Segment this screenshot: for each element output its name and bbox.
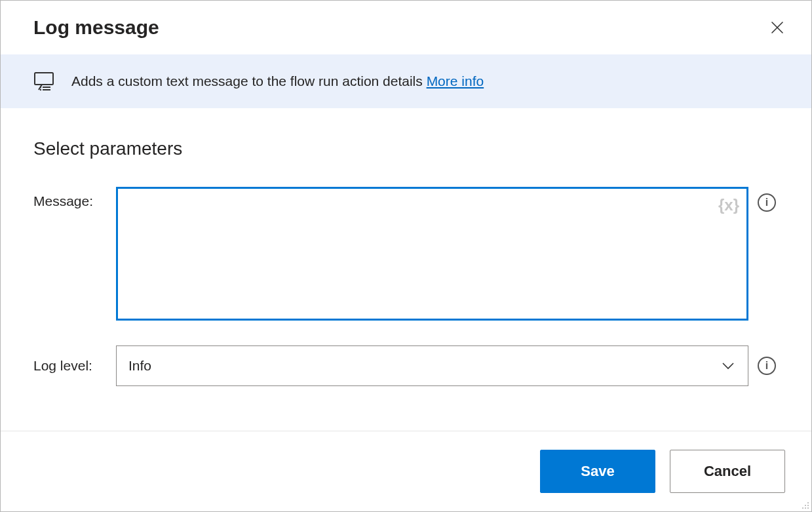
dialog-body: Select parameters Message: {x} i Log lev… [1, 108, 811, 431]
log-level-select[interactable]: Info [116, 345, 748, 386]
section-title: Select parameters [33, 138, 779, 159]
close-button[interactable] [767, 17, 788, 38]
cancel-button[interactable]: Cancel [670, 450, 785, 493]
banner-text: Adds a custom text message to the flow r… [71, 71, 484, 90]
save-button[interactable]: Save [540, 450, 655, 493]
log-level-label: Log level: [33, 358, 112, 374]
message-label: Message: [33, 187, 112, 209]
log-action-icon [33, 70, 56, 92]
info-banner: Adds a custom text message to the flow r… [1, 54, 811, 108]
message-input-wrap: {x} [116, 187, 748, 323]
dialog-title: Log message [33, 16, 159, 39]
svg-rect-0 [35, 73, 53, 85]
log-level-value: Info [128, 358, 151, 374]
resize-grip[interactable] [800, 500, 809, 509]
dialog-header: Log message [1, 1, 811, 54]
param-row-message: Message: {x} i [33, 187, 779, 323]
svg-point-4 [40, 89, 41, 90]
log-level-info-icon[interactable]: i [758, 357, 776, 375]
dialog-footer: Save Cancel [1, 431, 811, 511]
chevron-down-icon [720, 358, 736, 374]
param-row-log-level: Log level: Info i [33, 345, 779, 386]
message-input[interactable] [116, 187, 748, 321]
banner-description: Adds a custom text message to the flow r… [71, 73, 427, 89]
svg-point-3 [40, 87, 41, 88]
close-icon [771, 21, 784, 34]
log-message-dialog: Log message Adds a custom text message t… [0, 0, 812, 512]
more-info-link[interactable]: More info [427, 73, 484, 89]
insert-variable-button[interactable]: {x} [718, 196, 739, 214]
message-info-icon[interactable]: i [758, 193, 776, 212]
